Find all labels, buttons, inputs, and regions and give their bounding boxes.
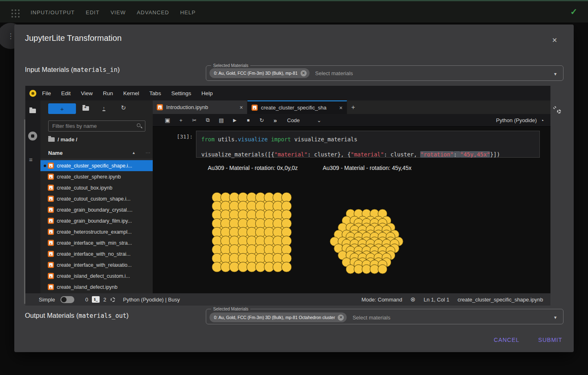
tab-close-icon[interactable]: × [240,104,243,111]
cancel-button[interactable]: CANCEL [494,337,519,343]
file-item[interactable]: create_cluster_sphere.ipynb [40,171,153,182]
chip-remove-icon[interactable]: ✕ [301,70,307,76]
simple-mode-toggle[interactable] [60,296,74,303]
new-tab-icon[interactable]: + [347,100,359,114]
cursor-position[interactable]: Ln 1, Col 1 [424,297,450,303]
kernel-status-text[interactable]: Python (Pyodide) | Busy [123,297,180,303]
restart-icon[interactable]: ↻ [258,117,266,123]
header-overflow-icon[interactable]: ⋯ [145,150,150,156]
trust-shield-icon[interactable]: ⊗ [410,296,416,303]
command-mode-indicator[interactable]: Mode: Command [361,297,402,303]
select-materials-placeholder[interactable]: Select materials [352,315,390,321]
widget-settings-gears-icon[interactable] [553,106,564,117]
dialog-actions: CANCEL SUBMIT [494,337,562,343]
label-text: ) [118,66,120,73]
running-kernels-tab-icon[interactable] [28,132,37,141]
tab-label: Introduction.ipynb [166,104,236,110]
code-cell-editor[interactable]: from utils.visualize import visualize_ma… [196,131,540,158]
jupyter-menu-item[interactable]: Settings [171,90,191,96]
cell-type-select[interactable]: Code [287,117,300,123]
file-list: create_cluster_specific_shape.i...create… [40,160,153,292]
top-menu: INPUT/OUTPUTEDITVIEWADVANCEDHELP [31,1,196,24]
notebook-tab[interactable]: create_cluster_specific_sha× [247,100,347,114]
jupyter-menu-item[interactable]: Edit [61,90,71,96]
file-item[interactable]: create_interface_with_relaxatio... [40,259,153,270]
stop-icon[interactable]: ■ [244,118,252,123]
tab-close-icon[interactable]: × [339,105,343,111]
upload-icon[interactable]: ↑ [102,106,105,111]
refresh-icon[interactable]: ↻ [121,104,126,112]
file-item[interactable]: create_interface_with_min_stra... [40,237,153,248]
terminals-count[interactable]: 0 [85,297,88,303]
restart-run-all-icon[interactable]: » [271,117,279,124]
code-token: import [271,136,291,143]
kernel-name-button[interactable]: Python (Pyodide) [496,117,537,123]
sort-ascending-icon[interactable]: ▲ [132,151,136,155]
breadcrumb[interactable]: / made / [48,136,77,143]
top-menu-item[interactable]: INPUT/OUTPUT [31,9,75,16]
jupyter-menu-item[interactable]: View [81,90,93,96]
material-chip[interactable]: 0: Au, Gold, FCC (Fm-3m) 3D (Bulk), mp-8… [209,312,347,322]
top-menu-item[interactable]: VIEW [111,9,126,16]
code-token: visualize_materials [291,136,358,143]
material-chip[interactable]: 0: Au, Gold, FCC (Fm-3m) 3D (Bulk), mp-8… [209,68,310,78]
jupyter-menu-item[interactable]: File [42,90,51,96]
jupyterlite-transformation-dialog: JupyterLite Transformation ✕ Input Mater… [14,25,574,352]
cell-type-caret-icon[interactable]: ⌄ [317,117,321,123]
file-name: create_island_defect.ipynb [57,284,118,290]
notebook-tabbar: Introduction.ipynb×create_cluster_specif… [153,100,550,114]
new-folder-icon[interactable] [82,106,89,111]
top-menu-item[interactable]: EDIT [86,9,100,16]
notebook-file-icon [48,163,54,169]
copy-icon[interactable]: ⧉ [204,117,212,123]
file-list-header[interactable]: Name ▲ ⋯ [40,147,153,159]
top-menu-item[interactable]: HELP [180,9,196,16]
file-item[interactable]: create_cluster_specific_shape.i... [40,160,153,171]
code-line: visualize_materials([{"material": cluste… [201,148,535,161]
file-item[interactable]: create_grain_boundary_crystal.... [40,204,153,215]
file-browser-tab-icon[interactable] [29,109,36,113]
file-item[interactable]: create_island_defect_custom.i... [40,270,153,281]
file-browser-panel: + ↑ ↻ / made / Name ▲ ⋯ create_c [40,100,153,293]
jupyter-menu-item[interactable]: Help [201,90,213,96]
submit-button[interactable]: SUBMIT [538,337,562,343]
close-icon[interactable]: ✕ [552,36,557,44]
label-code: materials_out [78,312,126,319]
filter-files-input[interactable] [48,121,145,132]
kernels-count[interactable]: 2 [103,297,106,303]
name-column-header[interactable]: Name [48,150,62,156]
materials-legend: Selected Materials [211,306,250,311]
notebook-content: [31]: from utils.visualize import visual… [153,127,550,293]
dropdown-caret-icon[interactable]: ▾ [554,71,557,77]
table-of-contents-tab-icon[interactable]: ≡ [29,156,33,163]
insert-cell-icon[interactable]: + [177,117,185,123]
jupyter-menu-item[interactable]: Tabs [149,90,161,96]
file-item[interactable]: create_island_defect.ipynb [40,281,153,292]
paste-icon[interactable]: ▤ [217,117,225,123]
chip-remove-icon[interactable]: ✕ [338,315,344,321]
file-name: create_cutout_box.ipynb [57,185,112,191]
file-item[interactable]: create_heterostructure_exampl... [40,226,153,237]
output-materials-select[interactable]: Selected Materials 0: Au, Gold, FCC (Fm-… [206,306,564,324]
dialog-scrollbar[interactable] [24,119,25,304]
file-item[interactable]: create_cutout_box.ipynb [40,182,153,193]
new-launcher-button[interactable]: + [48,103,76,114]
terminal-icon[interactable]: $_ [92,296,100,303]
file-item[interactable]: create_interface_with_no_strai... [40,248,153,259]
input-materials-select[interactable]: Selected Materials 0: Au, Gold, FCC (Fm-… [206,63,564,81]
top-menu-item[interactable]: ADVANCED [137,9,169,16]
jupyter-menu-item[interactable]: Run [103,90,113,96]
dropdown-caret-icon[interactable]: ▾ [554,315,557,320]
app-launcher-icon[interactable] [11,9,13,11]
file-item[interactable]: create_cutout_custom_shape.i... [40,193,153,204]
notebook-tab[interactable]: Introduction.ipynb× [153,100,247,114]
select-materials-placeholder[interactable]: Select materials [315,70,353,76]
file-item[interactable]: create_grain_boundary_film.ipy... [40,215,153,226]
notebook-file-icon [48,284,54,290]
run-icon[interactable]: ▶ [231,118,239,123]
kernel-sessions-icon[interactable] [111,297,115,302]
file-name: create_interface_with_min_stra... [57,240,132,246]
jupyter-menu-item[interactable]: Kernel [123,90,139,96]
save-icon[interactable]: ▣ [163,117,172,123]
cut-icon[interactable]: ✂ [190,117,198,123]
